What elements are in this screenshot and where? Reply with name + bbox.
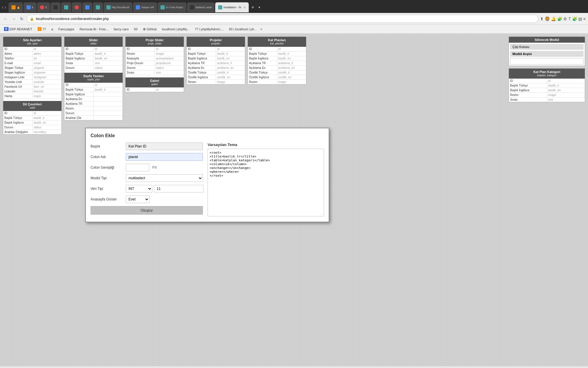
module-row: Durumstatus <box>64 66 123 70</box>
veri-tipi-number-input[interactable] <box>154 185 203 193</box>
module-row: Sırasısira <box>509 97 585 102</box>
module-slider: Slider slider IDid Başlık Türkçebaslik_t… <box>64 37 123 120</box>
toolbar-icons: ⬆ 🦁 🔔 🧩 ⚙ T 🧩 ▤ ≡ <box>540 16 586 21</box>
new-tab-button[interactable]: + <box>249 4 256 11</box>
veri-tipi-label: Veri Tipi <box>91 187 126 191</box>
colon-adi-input[interactable] <box>126 153 203 161</box>
anasayfa-goster-row: Anasayfa Göster Evet Hayır <box>91 195 203 203</box>
brave-icon[interactable]: 🦁 <box>545 16 550 21</box>
module-row: Resim <box>64 106 123 111</box>
olustur-button[interactable]: Oluştur <box>91 206 203 215</box>
bookmark-93[interactable]: 93 <box>132 27 139 32</box>
module-row: Başlık Türkçebaslik_tr <box>64 87 123 92</box>
forward-button[interactable]: → <box>11 16 17 22</box>
colon-genisligi-label: Colon Genişliği <box>91 165 126 170</box>
anasayfa-goster-select[interactable]: Evet Hayır <box>126 195 149 203</box>
xml-textarea[interactable]: <root> <title>baslik_tr</title> <table>k… <box>208 149 324 216</box>
browser-window: ‹ › 🔥 B S http: <box>0 0 588 366</box>
silinecek-modul-card: Silinecek Modül Çöp Kutusu Modül Arşivi <box>509 37 585 66</box>
silinecek-modul-input[interactable] <box>510 58 584 64</box>
tab-close-icon[interactable]: ✕ <box>243 6 246 9</box>
kat-plan-kategori-card: Kat Plan Kategori katplan_kategori IDid … <box>509 68 585 102</box>
tab-forward-icon[interactable]: › <box>4 5 6 10</box>
module-row: Başlık Türkçebaslik_tr <box>64 52 123 56</box>
tab-8[interactable] <box>93 2 103 12</box>
module-row: Başlık İngilizcebaslik_en <box>64 56 123 61</box>
bookmark-93local[interactable]: 93 | localhost | ph... <box>227 27 258 32</box>
colon-genisligi-input[interactable] <box>126 164 149 171</box>
bookmark-77[interactable]: » 77 <box>36 26 48 32</box>
modal-body: Başlık Colon Adı Colon Genişliği PX <box>91 142 324 217</box>
baslik-input[interactable] <box>126 142 203 150</box>
module-row: Sırasısira <box>126 70 184 75</box>
tab-6[interactable] <box>72 2 82 12</box>
bookmark-removal[interactable]: Removal.AI - Free... <box>78 27 110 32</box>
module-row: Adresadres <box>3 52 61 56</box>
bookmark-phpmyadmin2[interactable]: 77 | phpMyAdmin:... <box>193 27 225 32</box>
bookmark-a-icon: a <box>51 27 53 31</box>
bookmark-fancyapps[interactable]: Fancyapps <box>57 27 76 32</box>
bookmark-github[interactable]: ⊕ GitHub <box>141 26 158 32</box>
bookmark-a[interactable]: a <box>49 27 55 32</box>
settings-icon[interactable]: ⚙ <box>563 16 567 21</box>
share-icon[interactable]: ⬆ <box>540 16 544 21</box>
reload-button[interactable]: ↻ <box>19 16 25 22</box>
tab-favicon-11 <box>161 5 165 9</box>
modal-title: Colon Ekle <box>91 133 324 138</box>
veri-tipi-select[interactable]: INT VARCHAR TEXT DATE <box>126 185 152 193</box>
tab-favicon-4 <box>54 5 58 9</box>
module-row: Resimimage <box>248 80 306 84</box>
bookmark-erp[interactable]: B ERP BERANET <box>2 26 34 32</box>
module-row: Özellik Türkçeozellik_tr <box>187 70 245 75</box>
menu-icon[interactable]: ≡ <box>583 16 586 21</box>
bookmark-fancycaro[interactable]: fancy caro <box>112 27 131 32</box>
modul-tipi-select[interactable]: multiselect text select textarea <box>126 174 203 182</box>
module-row: IDid <box>187 47 245 52</box>
tab-2[interactable]: B <box>24 2 36 12</box>
modul-tipi-label: Modül Tipi <box>91 176 126 180</box>
module-row: Durumstatus <box>3 125 61 130</box>
tab-7[interactable] <box>82 2 92 12</box>
tab-back-icon[interactable]: ‹ <box>2 5 3 10</box>
module-row: Özellik Türkçeozellik_tr <box>248 70 306 75</box>
colon-ekle-modal: Colon Ekle Başlık Colon Adı Colon Genişl… <box>85 128 329 222</box>
module-row: Slogan Türkçeslogantr <box>3 66 61 70</box>
tab-12[interactable]: Tailwind Landi <box>187 2 215 12</box>
tab-5[interactable] <box>61 2 71 12</box>
tab-10[interactable]: Swiper API <box>133 2 157 12</box>
modul-arsivi-button[interactable]: Modül Arşivi <box>510 51 584 57</box>
module-row: Resimimage <box>126 52 184 56</box>
back-button[interactable]: ← <box>2 16 9 22</box>
tab-9[interactable]: http://localhost/ <box>103 2 133 12</box>
browser-toolbar: ← → ↻ 🔒 ⬆ 🦁 🔔 🧩 ⚙ T 🧩 ▤ ≡ <box>0 13 588 25</box>
tab-4[interactable] <box>51 2 61 12</box>
module-row: IDid <box>3 111 61 116</box>
module-row: Başlık İngilizce <box>64 92 123 97</box>
tab-17[interactable]: Installation - Te ✕ <box>215 2 249 12</box>
puzzle-icon[interactable]: 🧩 <box>572 16 577 21</box>
module-row: Başlık Türkçebaslik_tr <box>3 116 61 120</box>
tab-favicon-8 <box>96 5 100 9</box>
module-row: Anahtar (De <box>64 116 123 120</box>
module-row: Başlık Türkçebaslik_tr <box>509 83 585 88</box>
translate-icon[interactable]: T <box>568 16 571 21</box>
bookmark-77-icon: » <box>38 27 42 31</box>
sidebar-icon[interactable]: ▤ <box>578 16 582 21</box>
tab-list-button[interactable]: ▾ <box>257 5 262 9</box>
module-row: E-mailemail <box>3 61 61 66</box>
module-row: IDid <box>126 47 184 52</box>
module-row: Açıklama TR <box>64 102 123 106</box>
module-row: Slogan İngilizcesloganen <box>3 70 61 75</box>
address-input[interactable] <box>36 17 535 21</box>
module-galeri: Galeri galeri IDid <box>126 77 184 92</box>
bookmarks-overflow[interactable]: » <box>260 27 262 31</box>
extensions-icon[interactable]: 🧩 <box>557 16 562 21</box>
bookmark-phpmyadmin1[interactable]: localhost | phpMy... <box>160 27 191 32</box>
notifications-icon[interactable]: 🔔 <box>551 16 556 21</box>
cop-kutusu-button[interactable]: Çöp Kutusu <box>510 44 584 50</box>
tab-3[interactable]: S <box>37 2 50 12</box>
tab-11[interactable]: 6+ Free Projec <box>158 2 186 12</box>
tab-favicon-2 <box>26 5 31 9</box>
module-row: Youtube Linkiyoutube <box>3 80 61 84</box>
tab-1[interactable]: 🔥 <box>9 2 23 12</box>
